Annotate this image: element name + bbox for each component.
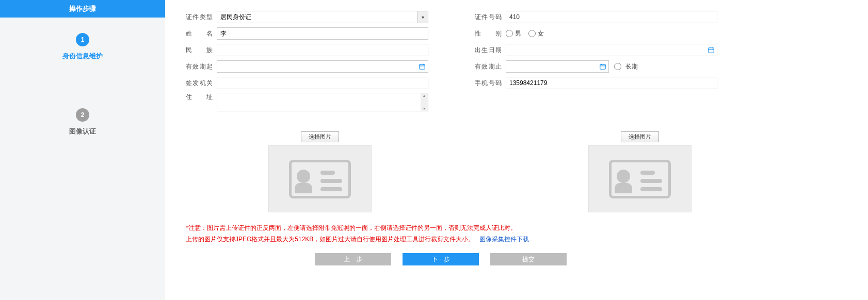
upload-front: 选择图片 [268,131,372,212]
valid-to-label: 有效期止 [475,62,506,71]
gender-female-label: 女 [538,29,544,38]
step-1-circle: 1 [76,33,89,46]
radio-icon [528,30,536,37]
valid-to-input[interactable] [506,60,609,73]
upload-back-placeholder[interactable] [588,145,692,212]
calendar-icon[interactable] [418,62,426,71]
gender-female-radio[interactable]: 女 [528,29,544,38]
cert-no-input[interactable]: 410 [506,11,717,23]
download-link[interactable]: 图像采集控件下载 [479,236,529,243]
birth-label: 出生日期 [475,46,506,55]
name-label: 姓 名 [186,29,217,38]
sidebar: 操作步骤 1 身份信息维护 ﹀﹀﹀ 2 图像认证 [0,0,165,300]
step-1[interactable]: 1 身份信息维护 [0,18,165,71]
gender-male-label: 男 [515,29,521,38]
issuer-label: 签发机关 [186,79,217,88]
svg-rect-0 [420,64,425,69]
step-chevron-icon: ﹀﹀﹀ [0,75,165,89]
cert-type-select[interactable] [217,11,428,23]
address-textarea[interactable] [217,93,428,111]
form-left-column: 证件类型 ▾ 姓 名 民 族 有效期起 [186,10,428,116]
submit-button: 提交 [490,253,567,265]
select-image-front-button[interactable]: 选择图片 [301,131,339,142]
phone-label: 手机号码 [475,79,506,88]
issuer-input[interactable] [217,77,428,89]
gender-male-radio[interactable]: 男 [506,29,521,38]
prev-button: 上一步 [315,253,391,265]
gender-label: 性 别 [475,29,506,38]
upload-back: 选择图片 [588,131,692,212]
select-image-back-button[interactable]: 选择图片 [621,131,659,142]
valid-from-input[interactable] [217,60,428,73]
id-card-icon [289,160,351,198]
step-1-label: 身份信息维护 [0,52,165,61]
cert-type-label: 证件类型 [186,13,217,22]
step-2[interactable]: 2 图像认证 [0,93,165,146]
ethnicity-input[interactable] [217,44,428,56]
id-card-icon [609,160,671,198]
upload-front-placeholder[interactable] [268,145,372,212]
step-2-label: 图像认证 [0,127,165,136]
calendar-icon[interactable] [599,62,607,71]
svg-rect-8 [600,64,606,69]
note-line-1: *注意：图片需上传证件的正反两面，左侧请选择附带免冠照的一面，右侧请选择证件的另… [186,223,847,234]
textarea-scrollbar[interactable]: ▴▾ [421,93,428,111]
note-line-2: 上传的图片仅支持JPEG格式并且最大为512KB，如图片过大请自行使用图片处理工… [186,236,474,243]
name-input[interactable] [217,27,428,40]
long-term-radio[interactable] [614,63,621,70]
valid-from-label: 有效期起 [186,62,217,71]
ethnicity-label: 民 族 [186,46,217,55]
step-2-circle: 2 [76,108,89,122]
notes: *注意：图片需上传证件的正反两面，左侧请选择附带免冠照的一面，右侧请选择证件的另… [186,223,847,245]
radio-icon [506,30,513,37]
form-right-column: 证件号码 410 性 别 男 女 [475,10,717,116]
cert-no-label: 证件号码 [475,13,506,22]
cert-no-prefix: 410 [509,13,520,21]
long-term-label: 长期 [625,62,638,71]
phone-input[interactable] [506,77,717,89]
svg-rect-4 [709,48,714,53]
address-label: 住 址 [186,93,217,102]
next-button[interactable]: 下一步 [403,253,479,265]
birth-input[interactable] [506,44,717,56]
sidebar-title: 操作步骤 [0,0,165,18]
main-content: 证件类型 ▾ 姓 名 民 族 有效期起 [165,0,868,300]
calendar-icon[interactable] [707,46,715,54]
